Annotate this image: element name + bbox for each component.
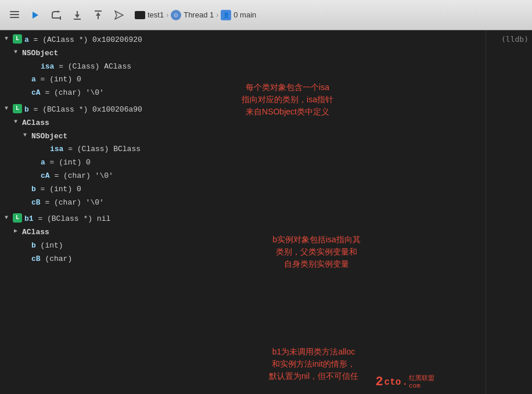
toggle-arrow[interactable]: ▼ <box>14 48 21 57</box>
var-name: cB <box>31 197 41 209</box>
var-value: = (Class) AClass <box>54 61 131 73</box>
watermark-label: 红黑联盟 <box>409 375 434 382</box>
test1-icon <box>135 11 145 19</box>
svg-marker-8 <box>75 15 80 18</box>
table-row[interactable]: ▼ AClass <box>0 117 486 130</box>
watermark-cto: cto <box>384 377 401 388</box>
svg-marker-4 <box>57 10 60 13</box>
section-name: AClass <box>22 117 49 130</box>
table-row: isa = (Class) BClass <box>0 143 486 156</box>
var-value: = (BClass *) 0x100206a90 <box>29 104 142 116</box>
table-row: b = (int) 0 <box>0 183 486 196</box>
section-name: NSObject <box>31 131 67 143</box>
var-name: cB <box>31 253 41 266</box>
var-name: isa <box>50 144 63 156</box>
var-value: = (int) 0 <box>36 184 81 196</box>
var-name: a <box>41 157 45 169</box>
table-row: isa = (Class) AClass <box>0 60 486 74</box>
watermark-text: 2 <box>375 375 383 389</box>
table-row: cB (char) <box>0 253 486 266</box>
table-row: cA = (char) '\0' <box>0 170 486 183</box>
table-row[interactable]: ▶ AClass <box>0 226 486 239</box>
var-value: = (int) 0 <box>36 74 81 86</box>
step-over-button[interactable] <box>46 5 66 25</box>
bc-sep1: › <box>166 11 168 19</box>
var-name: b <box>31 240 36 252</box>
section-name: AClass <box>22 227 49 239</box>
table-row: a = (int) 0 <box>0 73 486 87</box>
main-area: ▼ L a = (AClass *) 0x100206920 ▼ NSObjec… <box>0 30 532 394</box>
spacer <box>23 240 30 249</box>
toggle-arrow[interactable]: ▼ <box>5 104 12 113</box>
table-row[interactable]: ▼ L b = (BClass *) 0x100206a90 <box>0 103 486 117</box>
var-name: isa <box>41 61 54 73</box>
frame-icon: 👤 <box>221 10 231 20</box>
spacer <box>42 144 49 153</box>
table-row[interactable]: ▼ L a = (AClass *) 0x100206920 <box>0 34 486 47</box>
spacer <box>23 184 30 193</box>
toggle-arrow[interactable]: ▼ <box>5 213 12 223</box>
toggle-arrow[interactable]: ▼ <box>14 117 21 127</box>
table-row[interactable]: ▼ NSObject <box>0 47 486 60</box>
table-row: a = (int) 0 <box>0 156 486 170</box>
toolbar: test1 › ⊙ Thread 1 › 👤 0 main <box>0 0 532 30</box>
svg-marker-11 <box>96 12 100 16</box>
var-name: cA <box>31 87 41 99</box>
var-name: a <box>31 74 36 86</box>
var-name: b <box>24 104 29 116</box>
table-row: cA = (char) '\0' <box>0 87 486 100</box>
var-name: cA <box>41 170 50 182</box>
spacer <box>33 157 39 166</box>
bc-thread[interactable]: Thread 1 <box>184 10 214 19</box>
thread-icon: ⊙ <box>171 10 181 20</box>
table-row[interactable]: ▼ L b1 = (BClass *) nil <box>0 213 486 226</box>
table-row[interactable]: ▼ NSObject <box>0 130 486 144</box>
step-in-button[interactable] <box>67 5 87 25</box>
section-name: NSObject <box>22 48 58 60</box>
var-value: = (char) '\0' <box>41 87 104 99</box>
svg-rect-2 <box>10 17 19 18</box>
var-name: b <box>31 184 36 196</box>
var-value: = (int) 0 <box>45 157 91 169</box>
bc-test1[interactable]: test1 <box>148 10 164 19</box>
svg-rect-1 <box>10 14 19 15</box>
var-value: = (Class) BClass <box>63 144 141 156</box>
watermark-domain: com <box>409 382 420 389</box>
var-value: (int) <box>36 240 63 252</box>
spacer <box>23 74 30 83</box>
toggle-arrow[interactable]: ▶ <box>14 227 21 236</box>
svg-marker-3 <box>33 12 38 19</box>
annotation-3: b1为未调用类方法alloc和实例方法init的情形，默认置为nil，但不可信任 <box>200 346 427 382</box>
watermark: 2 cto . 红黑联盟 com <box>375 375 434 389</box>
l-badge: L <box>13 34 22 44</box>
var-value: = (AClass *) 0x100206920 <box>29 34 142 46</box>
var-name: b1 <box>24 213 34 225</box>
var-value: = (BClass *) nil <box>34 213 111 225</box>
watermark-dot: . <box>402 377 408 388</box>
spacer <box>23 253 30 263</box>
var-value: = (char) '\0' <box>50 170 113 182</box>
svg-rect-0 <box>10 11 19 12</box>
send-button[interactable] <box>109 5 129 25</box>
l-badge: L <box>13 104 22 113</box>
table-row: b (int) <box>0 239 486 253</box>
spacer <box>23 197 30 206</box>
var-value: (char) <box>41 253 73 266</box>
table-row: cB = (char) '\0' <box>0 196 486 210</box>
lldb-label: (lldb) <box>486 30 532 394</box>
spacer <box>33 170 39 180</box>
spacer <box>33 61 39 70</box>
breadcrumb: test1 › ⊙ Thread 1 › 👤 0 main <box>135 10 527 20</box>
spacer <box>23 87 30 96</box>
svg-marker-13 <box>115 11 123 19</box>
bc-frame[interactable]: 0 main <box>233 10 256 19</box>
var-name: a <box>24 34 29 46</box>
step-out-button[interactable] <box>88 5 108 25</box>
continue-button[interactable] <box>26 5 45 25</box>
bc-sep2: › <box>216 11 218 19</box>
toggle-arrow[interactable]: ▼ <box>23 131 30 140</box>
debug-panel[interactable]: ▼ L a = (AClass *) 0x100206920 ▼ NSObjec… <box>0 30 486 394</box>
menu-button[interactable] <box>5 5 24 25</box>
toggle-arrow[interactable]: ▼ <box>5 34 12 44</box>
var-value: = (char) '\0' <box>41 197 104 209</box>
